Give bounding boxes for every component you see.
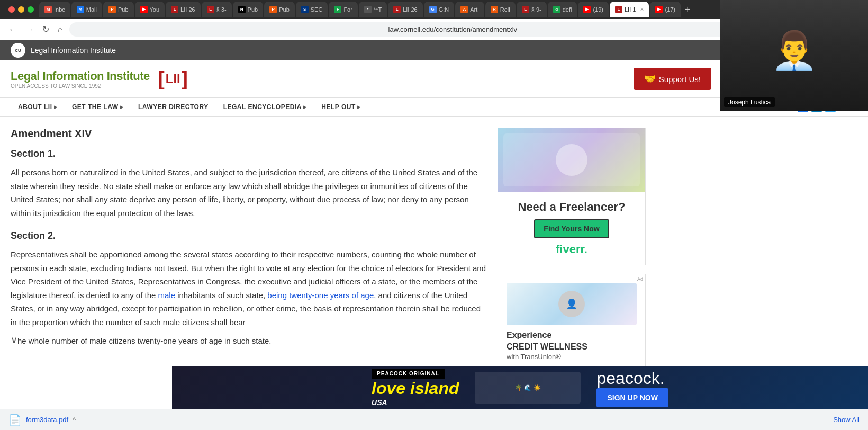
cornell-seal-icon: CU [11,43,25,58]
forward-button[interactable]: → [23,23,36,37]
section2-text: Representatives shall be apportioned amo… [11,248,487,329]
back-button[interactable]: ← [6,23,19,37]
download-bar: 📄 form3data.pdf ^ Show All [0,409,868,430]
tab-lii1-active[interactable]: L LII 1 × [610,2,649,17]
transunion-headline: Experience [507,330,637,340]
tab-reli[interactable]: R Reli [485,2,516,17]
support-button[interactable]: 🤝 Support Us! [634,68,711,90]
peacock-ad-content: PEACOCK ORIGINAL love island USA 🌴 🌊 ☀️ … [172,366,868,409]
tab-gmail[interactable]: M Inbc [39,2,70,17]
fiverr-cta-button[interactable]: Find Yours Now [534,219,609,238]
peacock-ad-banner: PEACOCK ORIGINAL love island USA 🌴 🌊 ☀️ … [172,366,868,409]
tab-yt19[interactable]: ▶ (19) [578,2,609,17]
tab-gn[interactable]: G G:N [424,2,455,17]
nav-legal-encyclopedia[interactable]: LEGAL ENCYCLOPEDIA ▶ [216,98,314,116]
lii-brand[interactable]: Legal Information Institute OPEN ACCESS … [11,68,188,90]
lii-tagline: OPEN ACCESS TO LAW SINCE 1992 [11,83,150,89]
cornell-logo[interactable]: CU Legal Information Institute [11,43,116,58]
content-left: Amendment XIV Section 1. All persons bor… [11,128,487,402]
expand-section2-button[interactable]: ∨ [11,334,17,346]
tab-you[interactable]: ▶ You [135,2,165,17]
age-link[interactable]: being twenty-one years of age [267,291,374,300]
close-button[interactable] [8,6,15,13]
section2-collapsed-text: he whole number of male citizens twenty-… [17,334,487,348]
webcam-video: 👨‍💼 [720,0,868,111]
fiverr-ad: Ad Need a Freelancer? Find Yours Now fiv… [498,128,646,265]
nav-arrow-about: ▶ [54,105,58,110]
male-link[interactable]: male [158,291,176,300]
transunion-subtitle: with TransUnion® [507,353,637,361]
webcam-person-name: Joseph Lustica [724,97,775,107]
peacock-badge: PEACOCK ORIGINAL [372,369,445,379]
show-all-downloads[interactable]: Show All [833,416,860,424]
tab-arti[interactable]: A Arti [455,2,484,17]
content-right: Ad Need a Freelancer? Find Yours Now fiv… [498,128,646,402]
section2-title: Section 2. [11,230,487,241]
download-filename[interactable]: form3data.pdf [26,416,68,424]
maximize-button[interactable] [28,6,34,13]
nav-about-lii[interactable]: ABOUT LII ▶ [11,98,65,116]
peacock-signup-button[interactable]: SIGN UP NOW [596,388,668,407]
section1-text: All persons born or naturalized in the U… [11,166,487,220]
tab-lii26b[interactable]: L LII 26 [388,2,423,17]
tab-lii26[interactable]: L LII 26 [166,2,201,17]
pdf-icon: 📄 [8,414,22,426]
lii-title: Legal Information Institute [11,69,150,83]
cornell-school-name: Legal Information Institute [31,46,116,55]
lii-logo-text: LII [165,71,182,86]
minimize-button[interactable] [18,6,24,13]
tab-mail[interactable]: M Mail [71,2,102,17]
peacock-brand: peacock. [596,369,668,388]
download-item: 📄 form3data.pdf ^ [8,414,76,426]
tab-notion[interactable]: N Pub [233,2,264,17]
tab-defi[interactable]: d defi [548,2,577,17]
tab-pub1[interactable]: P Pub [103,2,134,17]
home-button[interactable]: ⌂ [56,23,65,37]
fiverr-title: Need a Freelancer? [507,200,637,214]
support-icon: 🤝 [644,73,656,85]
reload-button[interactable]: ↻ [40,22,51,37]
webcam-overlay: 👨‍💼 Joseph Lustica [720,0,868,111]
fiverr-brand: fiverr. [507,243,637,256]
new-tab-button[interactable]: + [682,4,694,15]
tab-t[interactable]: * **T [359,2,387,17]
section1-title: Section 1. [11,148,487,159]
nav-help-out[interactable]: HELP OUT ▶ [314,98,368,116]
nav-get-the-law[interactable]: GET THE LAW ▶ [65,98,131,116]
tab-yt17[interactable]: ▶ (17) [650,2,681,17]
fiverr-ad-image [498,128,645,192]
download-chevron-icon[interactable]: ^ [73,416,76,424]
lii-bracket-right: ] [182,68,188,90]
transunion-ad-label: Ad [637,276,643,282]
tab-sec[interactable]: S SEC [296,2,328,17]
peacock-show-name: love island USA [372,379,459,407]
lii-bracket-left: [ [158,68,165,90]
nav-arrow-legal-enc: ▶ [303,105,307,110]
transunion-title: CREDIT WELLNESS [507,342,637,352]
tab-form[interactable]: F For [329,2,358,17]
nav-lawyer-directory[interactable]: LAWYER DIRECTORY [131,98,216,116]
amendment-title: Amendment XIV [11,128,487,140]
nav-arrow-get-the-law: ▶ [120,105,124,110]
tab-pub2[interactable]: P Pub [264,2,295,17]
tab-lii3[interactable]: L § 3- [202,2,232,17]
nav-arrow-help-out: ▶ [357,105,361,110]
tab-lii9[interactable]: L § 9- [517,2,547,17]
